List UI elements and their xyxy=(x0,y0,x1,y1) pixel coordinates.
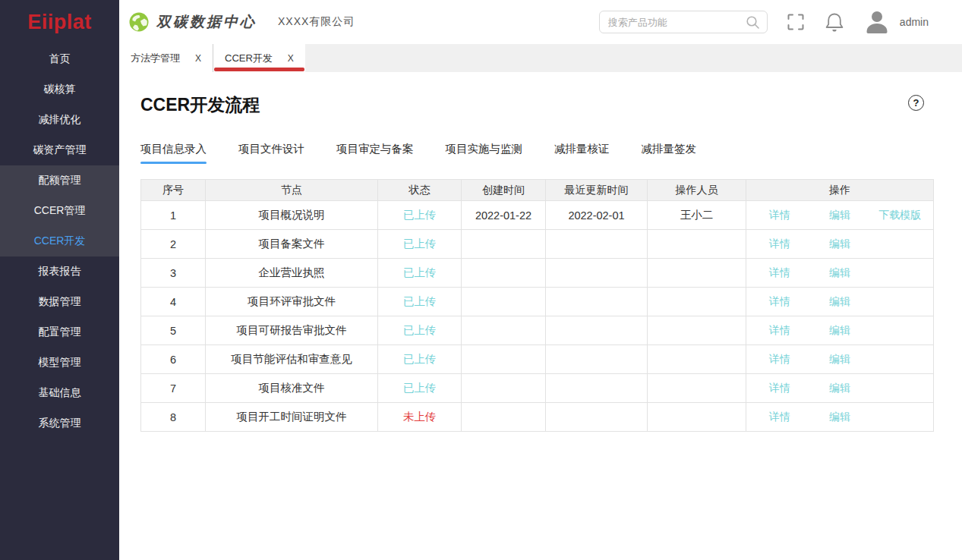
download-template-link[interactable]: 下载模版 xyxy=(870,209,930,222)
cell-created xyxy=(462,316,546,345)
sidebar-item-quota-mgmt[interactable]: 配额管理 xyxy=(0,165,119,196)
empty-action-slot xyxy=(870,411,930,424)
cell-actions: 详情 编辑 下载模版 xyxy=(746,201,934,230)
cell-updated xyxy=(546,316,648,345)
empty-action-slot xyxy=(870,324,930,338)
edit-link[interactable]: 编辑 xyxy=(809,238,869,251)
status-badge: 已上传 xyxy=(378,259,462,288)
title-row: CCER开发流程 ? xyxy=(140,93,933,116)
search-icon[interactable] xyxy=(746,15,760,30)
window-tab-methodology[interactable]: 方法学管理 X xyxy=(119,44,213,72)
table-row: 4 项目环评审批文件 已上传 详情 编辑 xyxy=(141,288,934,316)
help-icon[interactable]: ? xyxy=(908,95,924,111)
detail-link[interactable]: 详情 xyxy=(749,238,809,251)
username: admin xyxy=(900,16,929,28)
detail-link[interactable]: 详情 xyxy=(749,353,809,367)
ccer-node-table: 序号 节点 状态 创建时间 最近更新时间 操作人员 操作 1 项目概况说明 已上… xyxy=(140,179,934,432)
tab-emission-issuance[interactable]: 减排量签发 xyxy=(642,142,697,164)
sidebar-item-model-mgmt[interactable]: 模型管理 xyxy=(0,348,119,378)
tab-project-info-entry[interactable]: 项目信息录入 xyxy=(140,142,207,164)
main-area: 双碳数据中心 XXXX有限公司 xyxy=(119,0,962,560)
cell-operator xyxy=(648,374,746,403)
empty-action-slot xyxy=(870,266,930,280)
sidebar-item-carbon-assets[interactable]: 碳资产管理 xyxy=(0,135,119,165)
sidebar-item-system-mgmt[interactable]: 系统管理 xyxy=(0,408,119,439)
fullscreen-icon[interactable] xyxy=(786,12,806,32)
sidebar-item-ccer-dev[interactable]: CCER开发 xyxy=(0,226,119,256)
search-box[interactable] xyxy=(599,11,768,33)
sidebar-item-config-mgmt[interactable]: 配置管理 xyxy=(0,317,119,348)
edit-link[interactable]: 编辑 xyxy=(809,382,869,395)
status-badge: 已上传 xyxy=(378,374,462,403)
edit-link[interactable]: 编辑 xyxy=(809,411,869,424)
cell-actions: 详情 编辑 xyxy=(746,316,934,345)
edit-link[interactable]: 编辑 xyxy=(809,209,869,222)
cell-seq: 1 xyxy=(141,201,206,230)
cell-node: 项目备案文件 xyxy=(206,230,378,259)
edit-link[interactable]: 编辑 xyxy=(809,295,869,309)
status-badge: 已上传 xyxy=(378,201,462,230)
col-updated: 最近更新时间 xyxy=(546,180,648,201)
window-tab-label: CCER开发 xyxy=(225,52,273,65)
status-badge: 已上传 xyxy=(378,288,462,316)
status-badge: 已上传 xyxy=(378,316,462,345)
table-row: 7 项目核准文件 已上传 详情 编辑 xyxy=(141,374,934,403)
sidebar-item-home[interactable]: 首页 xyxy=(0,44,119,74)
table-row: 8 项目开工时间证明文件 未上传 详情 编辑 xyxy=(141,403,934,432)
sidebar-item-carbon-accounting[interactable]: 碳核算 xyxy=(0,74,119,105)
cell-created xyxy=(462,259,546,288)
user-avatar[interactable] xyxy=(863,10,891,34)
cell-node: 项目核准文件 xyxy=(206,374,378,403)
cell-operator xyxy=(648,403,746,432)
edit-link[interactable]: 编辑 xyxy=(809,324,869,338)
cell-actions: 详情 编辑 xyxy=(746,259,934,288)
edit-link[interactable]: 编辑 xyxy=(809,266,869,280)
empty-action-slot xyxy=(870,238,930,251)
window-tab-bar: 方法学管理 X CCER开发 X xyxy=(119,44,962,72)
cell-node: 项目可研报告审批文件 xyxy=(206,316,378,345)
edit-link[interactable]: 编辑 xyxy=(809,353,869,367)
tab-project-file-design[interactable]: 项目文件设计 xyxy=(238,142,304,164)
status-badge: 已上传 xyxy=(378,345,462,374)
detail-link[interactable]: 详情 xyxy=(749,295,809,309)
table-row: 6 项目节能评估和审查意见 已上传 详情 编辑 xyxy=(141,345,934,374)
search-input[interactable] xyxy=(607,16,746,29)
sidebar-item-reports[interactable]: 报表报告 xyxy=(0,256,119,287)
close-icon[interactable]: X xyxy=(288,53,294,64)
col-created: 创建时间 xyxy=(462,180,546,201)
cell-created xyxy=(462,345,546,374)
table-row: 3 企业营业执照 已上传 详情 编辑 xyxy=(141,259,934,288)
window-tab-ccer-dev[interactable]: CCER开发 X xyxy=(213,44,305,72)
detail-link[interactable]: 详情 xyxy=(749,382,809,395)
page-content: CCER开发流程 ? 项目信息录入 项目文件设计 项目审定与备案 项目实施与监测… xyxy=(119,72,962,560)
close-icon[interactable]: X xyxy=(195,53,201,64)
sidebar-item-emission-reduction[interactable]: 减排优化 xyxy=(0,105,119,135)
detail-link[interactable]: 详情 xyxy=(749,324,809,338)
status-badge: 未上传 xyxy=(378,403,462,432)
cell-operator xyxy=(648,316,746,345)
cell-node: 项目开工时间证明文件 xyxy=(206,403,378,432)
app-name: 双碳数据中心 xyxy=(156,12,257,32)
sidebar-submenu-carbon-assets: 配额管理 CCER管理 CCER开发 xyxy=(0,165,119,256)
col-operator: 操作人员 xyxy=(648,180,746,201)
notification-bell-icon[interactable] xyxy=(824,11,845,33)
cell-seq: 8 xyxy=(141,403,206,432)
cell-actions: 详情 编辑 xyxy=(746,403,934,432)
cell-created xyxy=(462,403,546,432)
empty-action-slot xyxy=(870,295,930,309)
sidebar-item-data-mgmt[interactable]: 数据管理 xyxy=(0,287,119,317)
window-tab-label: 方法学管理 xyxy=(131,52,180,65)
col-status: 状态 xyxy=(378,180,462,201)
empty-action-slot xyxy=(870,353,930,367)
tab-emission-verification[interactable]: 减排量核证 xyxy=(554,142,610,164)
detail-link[interactable]: 详情 xyxy=(749,411,809,424)
detail-link[interactable]: 详情 xyxy=(749,266,809,280)
tab-project-implementation-monitoring[interactable]: 项目实施与监测 xyxy=(446,142,523,164)
sidebar-item-basic-info[interactable]: 基础信息 xyxy=(0,378,119,408)
detail-link[interactable]: 详情 xyxy=(749,209,809,222)
status-badge: 已上传 xyxy=(378,230,462,259)
cell-seq: 4 xyxy=(141,288,206,316)
tab-project-review-filing[interactable]: 项目审定与备案 xyxy=(336,142,414,164)
company-name: XXXX有限公司 xyxy=(278,15,355,29)
sidebar-item-ccer-mgmt[interactable]: CCER管理 xyxy=(0,196,119,226)
